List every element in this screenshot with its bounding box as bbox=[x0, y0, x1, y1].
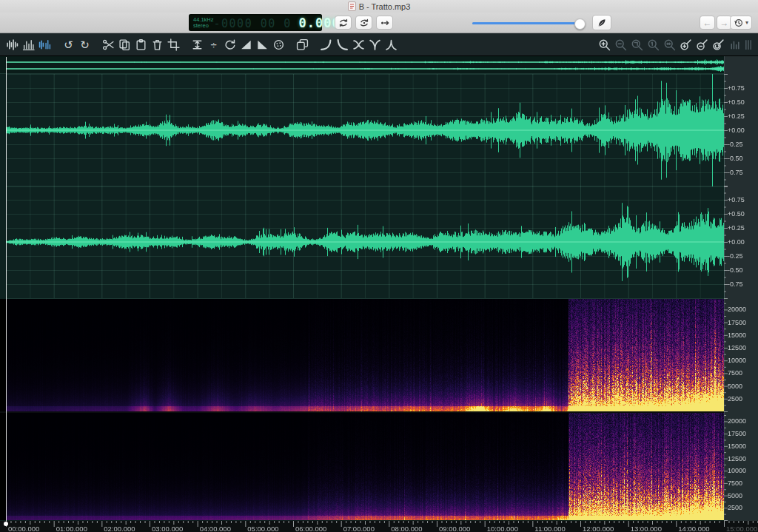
vertical-zoom-in-icon bbox=[680, 38, 692, 51]
editor-area: +0.75+0.50+0.25+0.00-0.25-0.50-0.75+0.75… bbox=[0, 56, 758, 532]
loop-selection-icon bbox=[359, 18, 369, 28]
duplicate-icon bbox=[296, 38, 309, 51]
redo-icon: ↻ bbox=[80, 39, 90, 50]
paste-icon bbox=[135, 38, 147, 51]
crossfade-y-in-button[interactable] bbox=[367, 36, 383, 53]
crossfade-y-in-icon bbox=[369, 38, 381, 51]
history-button[interactable]: ▾ bbox=[730, 16, 752, 30]
duplicate-button[interactable] bbox=[295, 36, 310, 53]
playback-device-button[interactable] bbox=[592, 15, 611, 30]
fade-out-button[interactable] bbox=[255, 36, 270, 53]
delete-button[interactable] bbox=[150, 36, 165, 53]
vertical-zoom-reset-icon bbox=[712, 38, 725, 51]
volume-slider-fill bbox=[472, 22, 579, 24]
fade-curve-j-icon bbox=[320, 38, 332, 51]
waveform-view-icon bbox=[6, 38, 19, 51]
insert-playhead-icon bbox=[380, 18, 390, 28]
zoom-in-icon bbox=[598, 38, 611, 51]
fade-out-icon bbox=[256, 38, 269, 51]
nav-group: ← → bbox=[700, 16, 732, 30]
loop-icon bbox=[338, 18, 349, 28]
normalize-icon: ÷ bbox=[210, 39, 216, 50]
vertical-zoom-reset-button[interactable] bbox=[711, 36, 726, 53]
level-meters-icon bbox=[728, 38, 741, 51]
history-clock-icon bbox=[734, 18, 744, 28]
zoom-out-icon bbox=[614, 38, 627, 51]
crossfade-y-out-button[interactable] bbox=[383, 36, 399, 53]
fade-in-button[interactable] bbox=[238, 36, 254, 53]
panel-handle[interactable] bbox=[743, 36, 754, 53]
undo-button[interactable]: ↺ bbox=[61, 36, 76, 53]
zoom-out-button[interactable] bbox=[613, 36, 628, 53]
split-view-button[interactable] bbox=[37, 36, 53, 53]
spectrogram-view-icon bbox=[22, 38, 35, 51]
fade-curve-l-icon bbox=[336, 38, 349, 51]
adjust-volume-button[interactable] bbox=[190, 36, 205, 53]
titlebar: B - Tratto.mp3 bbox=[0, 0, 758, 13]
zoom-original-icon bbox=[647, 38, 660, 51]
level-meters-button[interactable] bbox=[727, 36, 742, 53]
copy-icon bbox=[118, 38, 131, 51]
vertical-zoom-in-button[interactable] bbox=[678, 36, 694, 53]
time-ghost-digits: -0000 00 0 bbox=[214, 17, 292, 30]
insert-playhead-button[interactable] bbox=[376, 16, 393, 30]
zoom-selection-button[interactable] bbox=[629, 36, 645, 53]
channel-mode-label: stereo bbox=[193, 23, 214, 29]
waveform-view-button[interactable] bbox=[4, 36, 20, 53]
paste-button[interactable] bbox=[133, 36, 149, 53]
zoom-all-icon bbox=[663, 38, 676, 51]
zoom-in-button[interactable] bbox=[597, 36, 612, 53]
vertical-zoom-out-button[interactable] bbox=[694, 36, 710, 53]
zoom-original-button[interactable] bbox=[645, 36, 661, 53]
scissors-icon bbox=[102, 38, 115, 51]
redo-button[interactable]: ↻ bbox=[77, 36, 93, 53]
crossfade-x-icon bbox=[352, 38, 365, 51]
crossfade-x-button[interactable] bbox=[351, 36, 366, 53]
noise-reduction-button[interactable] bbox=[271, 36, 286, 53]
volume-slider[interactable] bbox=[472, 16, 585, 30]
zoom-selection-icon bbox=[631, 38, 643, 51]
fade-in-icon bbox=[240, 38, 252, 51]
cut-button[interactable] bbox=[101, 36, 116, 53]
crop-icon bbox=[167, 38, 180, 51]
playhead-cursor[interactable] bbox=[6, 57, 7, 521]
feather-icon bbox=[597, 18, 607, 28]
device-group bbox=[592, 15, 611, 30]
reverse-button[interactable] bbox=[222, 36, 238, 53]
vertical-zoom-out-icon bbox=[696, 38, 708, 51]
window-title: B - Tratto.mp3 bbox=[359, 2, 411, 11]
chevron-down-icon: ▾ bbox=[745, 19, 748, 26]
main-toolbar: ↺ ↻ ÷ bbox=[0, 33, 758, 56]
loop-playback-button[interactable] bbox=[335, 16, 352, 30]
zoom-all-button[interactable] bbox=[662, 36, 677, 53]
reverse-icon bbox=[224, 38, 236, 51]
history-group: ▾ bbox=[730, 16, 752, 30]
amplitude-icon bbox=[191, 38, 204, 51]
volume-slider-knob[interactable] bbox=[574, 18, 586, 30]
fade-curve-j-button[interactable] bbox=[318, 36, 334, 53]
loop-selection-button[interactable] bbox=[355, 16, 372, 30]
copy-button[interactable] bbox=[117, 36, 133, 53]
nav-back-button[interactable]: ← bbox=[700, 16, 715, 30]
noise-reduction-icon bbox=[272, 38, 285, 51]
loop-button-group bbox=[335, 16, 393, 30]
spectrogram-view-button[interactable] bbox=[21, 36, 36, 53]
back-arrow-icon: ← bbox=[703, 18, 712, 27]
fade-curve-l-button[interactable] bbox=[335, 36, 350, 53]
grip-icon bbox=[743, 38, 754, 51]
normalize-button[interactable]: ÷ bbox=[206, 36, 221, 53]
transport-bar: 44.1kHz stereo -0000 00 0 0.000 bbox=[0, 13, 758, 33]
trim-button[interactable] bbox=[166, 36, 181, 53]
undo-icon: ↺ bbox=[64, 39, 73, 50]
forward-arrow-icon: → bbox=[720, 18, 729, 27]
time-display: 44.1kHz stereo -0000 00 0 0.000 bbox=[189, 14, 322, 31]
playhead-handle[interactable] bbox=[4, 522, 8, 526]
split-view-icon bbox=[38, 38, 51, 51]
trash-icon bbox=[151, 38, 164, 51]
waveform-spectrogram-canvas[interactable] bbox=[0, 56, 758, 532]
audio-file-icon bbox=[348, 1, 356, 11]
crossfade-y-out-icon bbox=[385, 38, 398, 51]
